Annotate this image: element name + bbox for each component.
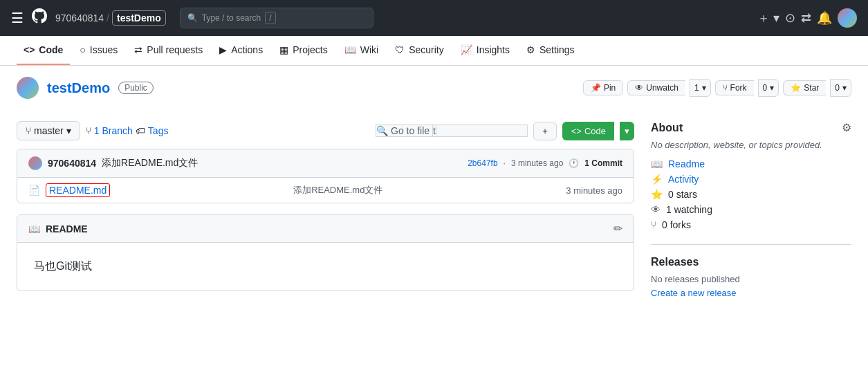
code-button[interactable]: <> Code — [562, 122, 614, 140]
releases-create-link[interactable]: Create a new release — [651, 288, 737, 298]
readme-box: 📖 README ✏ 马也Git测试 — [17, 214, 634, 291]
code-btn-icon: <> — [571, 126, 582, 136]
watching-link-icon: 👁 — [651, 204, 661, 215]
branch-row: ⑂ master ▾ ⑂ 1 Branch 🏷 Tags 🔍 Go to fil… — [17, 121, 634, 140]
unwatch-count-dropdown[interactable]: 1 ▾ — [690, 79, 711, 97]
search-bar[interactable]: 🔍 Type / to search / — [180, 8, 373, 28]
fork-label: Fork — [730, 83, 747, 93]
activity-link[interactable]: ⚡ Activity — [651, 174, 851, 185]
nav-item-actions[interactable]: ▶ Actions — [212, 36, 270, 65]
commit-row-right: 2b647fb · 3 minutes ago 🕐 1 Commit — [468, 158, 622, 168]
pin-icon: 📌 — [591, 83, 601, 93]
wiki-icon: 📖 — [344, 44, 356, 55]
star-icon: ⭐ — [791, 83, 801, 93]
about-section: About ⚙ No description, website, or topi… — [651, 121, 851, 230]
file-icon: 📄 — [28, 185, 40, 196]
code-icon: <> — [24, 44, 35, 55]
repo-owner-avatar — [17, 77, 39, 99]
nav-label-pr: Pull requests — [147, 44, 203, 55]
watching-count: 1 watching — [666, 204, 712, 215]
repo-actions: 📌 Pin 👁 Unwatch 1 ▾ ⑂ Fork 0 ▾ ⭐ Star 0 … — [583, 79, 851, 97]
projects-icon: ▦ — [279, 44, 288, 55]
about-gear-button[interactable]: ⚙ — [842, 121, 851, 134]
unwatch-button[interactable]: 👁 Unwatch — [627, 80, 685, 95]
branch-info: ⑂ 1 Branch 🏷 Tags — [86, 125, 169, 136]
nav-item-security[interactable]: 🛡 Security — [388, 36, 451, 65]
nav-item-settings[interactable]: ⚙ Settings — [519, 36, 582, 65]
nav-item-wiki[interactable]: 📖 Wiki — [338, 36, 385, 65]
fork-button[interactable]: ⑂ Fork — [715, 80, 754, 95]
eye-icon: 👁 — [635, 83, 643, 93]
branch-count-link[interactable]: 1 Branch — [94, 125, 133, 136]
stars-link[interactable]: ⭐ 0 stars — [651, 189, 851, 200]
commit-message: 添加README.md文件 — [102, 157, 198, 169]
commit-user-avatar — [28, 156, 42, 170]
activity-link-text: Activity — [668, 174, 699, 185]
forks-link[interactable]: ⑂ 0 forks — [651, 219, 851, 230]
file-commit-msg: 添加README.md文件 — [116, 184, 560, 196]
pin-label: Pin — [604, 83, 616, 93]
readme-link-icon: 📖 — [651, 158, 663, 169]
nav-label-issues: Issues — [90, 44, 118, 55]
search-icon2: 🔍 — [376, 125, 388, 136]
about-links: 📖 Readme ⚡ Activity ⭐ 0 stars 👁 1 watchi… — [651, 158, 851, 230]
readme-body: 马也Git测试 — [17, 243, 634, 291]
commit-separator: · — [504, 158, 506, 168]
add-file-button[interactable]: + — [533, 122, 557, 140]
fork-count-dropdown[interactable]: 0 ▾ — [758, 79, 779, 97]
notifications-button[interactable]: 🔔 — [817, 10, 832, 26]
commit-user[interactable]: 970640814 — [48, 158, 96, 169]
nav-item-code[interactable]: <> Code — [17, 36, 70, 65]
activity-link-icon: ⚡ — [651, 174, 663, 185]
create-button[interactable]: ＋ ▾ — [757, 10, 779, 26]
file-time: 3 minutes ago — [566, 185, 622, 196]
fork-icon: ⑂ — [723, 83, 728, 93]
commit-hash[interactable]: 2b647fb — [468, 158, 497, 168]
issues-button[interactable]: ⊙ — [785, 10, 795, 26]
nav-item-pullrequests[interactable]: ⇄ Pull requests — [127, 36, 210, 65]
nav-item-projects[interactable]: ▦ Projects — [273, 36, 335, 65]
org-name[interactable]: 970640814 — [55, 12, 104, 24]
file-row: 📄 README.md 添加README.md文件 3 minutes ago — [17, 178, 634, 203]
nav-label-projects: Projects — [293, 44, 328, 55]
code-dropdown-button[interactable]: ▾ — [620, 122, 634, 140]
fork-caret-icon: ▾ — [770, 83, 774, 93]
insights-icon: 📈 — [461, 44, 472, 55]
nav-item-issues[interactable]: ○ Issues — [73, 36, 124, 65]
unwatch-label: Unwatch — [646, 83, 678, 93]
star-button[interactable]: ⭐ Star — [783, 80, 826, 95]
file-name-link[interactable]: README.md — [46, 183, 110, 197]
readme-header: 📖 README ✏ — [17, 215, 634, 243]
star-count-dropdown[interactable]: 0 ▾ — [830, 79, 851, 97]
main-layout: ⑂ master ▾ ⑂ 1 Branch 🏷 Tags 🔍 Go to fil… — [0, 110, 868, 309]
readme-link[interactable]: 📖 Readme — [651, 158, 851, 169]
readme-link-text: Readme — [668, 158, 705, 169]
github-logo[interactable] — [32, 8, 47, 28]
hamburger-icon[interactable]: ☰ — [11, 10, 24, 26]
repo-title[interactable]: testDemo — [47, 80, 110, 96]
unwatch-count: 1 — [694, 83, 699, 93]
go-to-file-search[interactable]: 🔍 Go to file t — [376, 125, 528, 137]
pin-button[interactable]: 📌 Pin — [583, 80, 623, 95]
about-header: About ⚙ — [651, 121, 851, 134]
nav-label-actions: Actions — [231, 44, 263, 55]
avatar[interactable] — [838, 8, 857, 28]
repo-name[interactable]: testDemo — [112, 10, 166, 26]
nav-item-insights[interactable]: 📈 Insights — [454, 36, 517, 65]
pr-icon: ⇄ — [134, 44, 142, 55]
star-count: 0 — [835, 83, 840, 93]
branch-selector[interactable]: ⑂ master ▾ — [17, 121, 80, 140]
releases-none-text: No releases published — [651, 274, 851, 284]
pull-requests-button[interactable]: ⇄ — [801, 10, 811, 26]
watching-link[interactable]: 👁 1 watching — [651, 204, 851, 215]
releases-section: Releases No releases published Create a … — [651, 244, 851, 298]
repo-nav: <> Code ○ Issues ⇄ Pull requests ▶ Actio… — [0, 36, 868, 66]
commit-count: 1 Commit — [584, 158, 622, 168]
forks-link-icon: ⑂ — [651, 219, 656, 230]
tags-link[interactable]: Tags — [148, 125, 169, 136]
readme-edit-button[interactable]: ✏ — [613, 222, 622, 235]
star-label: Star — [804, 83, 819, 93]
commit-count-link[interactable]: 1 Commit — [584, 158, 622, 168]
fork-count: 0 — [763, 83, 768, 93]
commit-row: 970640814 添加README.md文件 2b647fb · 3 minu… — [17, 149, 634, 178]
